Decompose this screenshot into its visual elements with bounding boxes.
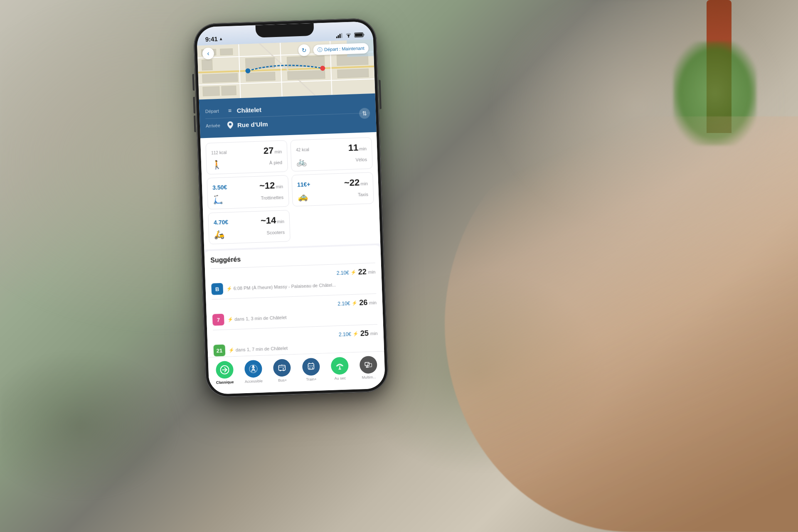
line-badge-B: B xyxy=(211,283,223,295)
tab-ausec-icon-wrap xyxy=(331,357,349,374)
signal-icon xyxy=(336,33,342,38)
svg-rect-22 xyxy=(202,73,238,83)
status-time: 9:41 ▲ xyxy=(205,35,223,42)
suggested-section: Suggérés 2.10€ ⚡ 22 min B xyxy=(204,245,384,357)
tab-busplus-label: Bus+ xyxy=(278,378,287,383)
transport-modes-grid: 112 kcal 27 min 🚶 À pied xyxy=(200,132,380,250)
svg-point-45 xyxy=(312,367,313,369)
phone-device: 9:41 ▲ xyxy=(193,18,389,398)
taxi-icon: 🚕 xyxy=(298,192,308,202)
tab-classique-label: Classique xyxy=(216,380,234,384)
arrive-icon xyxy=(227,121,234,129)
tab-ausec-label: Au sec xyxy=(334,376,346,381)
tab-multi-icon-wrap xyxy=(360,356,377,374)
accessible-icon xyxy=(249,364,258,374)
line-badge-21: 21 xyxy=(213,345,225,357)
svg-point-34 xyxy=(252,365,254,367)
mode-velo[interactable]: 42 kcal 11 min 🚲 Vélos xyxy=(290,137,373,172)
phone-notch xyxy=(256,23,314,38)
svg-rect-25 xyxy=(337,69,369,78)
location-icon: ▲ xyxy=(219,36,223,41)
suggestion-row-7[interactable]: 2.10€ ⚡ 26 min 7 ⚡ dans 1, 3 min de Chât… xyxy=(212,293,377,330)
tab-accessible-label: Accessible xyxy=(245,379,263,384)
map-area: ‹ ↻ ⓘ Départ : Maintenant xyxy=(197,39,375,100)
svg-rect-26 xyxy=(203,86,220,96)
mode-walking[interactable]: 112 kcal 27 min 🚶 À pied xyxy=(205,140,288,175)
svg-rect-36 xyxy=(279,365,286,371)
empty-cell xyxy=(293,207,375,241)
map-back-button[interactable]: ‹ xyxy=(202,47,214,59)
tab-bar: Classique Accessible xyxy=(208,351,385,394)
map-depart-chip[interactable]: ⓘ Départ : Maintenant xyxy=(313,43,369,55)
phone-screen: 9:41 ▲ xyxy=(197,21,386,394)
tab-multi[interactable]: Multim... xyxy=(354,355,383,380)
svg-rect-6 xyxy=(364,34,365,36)
multi-icon xyxy=(364,360,373,369)
tab-classique[interactable]: Classique xyxy=(210,360,239,385)
tab-accessible-icon-wrap xyxy=(244,360,262,378)
svg-rect-54 xyxy=(367,363,372,367)
tab-busplus[interactable]: Bus+ xyxy=(267,358,297,383)
velo-icon: 🚲 xyxy=(296,157,307,167)
depart-icon: ≡ xyxy=(226,107,234,115)
tab-multi-label: Multim... xyxy=(362,375,376,379)
line-badge-7: 7 xyxy=(212,314,224,326)
trottinette-icon: 🛴 xyxy=(213,195,224,205)
tab-busplus-icon-wrap xyxy=(273,359,291,377)
phone-frame: 9:41 ▲ xyxy=(193,18,389,398)
tab-trainplus-icon-wrap xyxy=(302,358,320,376)
svg-rect-0 xyxy=(336,37,337,38)
classique-icon xyxy=(220,365,229,374)
tab-trainplus-label: Train+ xyxy=(306,377,317,382)
svg-rect-43 xyxy=(308,363,314,369)
battery-icon xyxy=(354,32,365,38)
trainplus-icon xyxy=(306,362,316,372)
tab-trainplus[interactable]: Train+ xyxy=(296,357,326,382)
busplus-icon xyxy=(277,363,287,373)
svg-rect-1 xyxy=(338,35,339,38)
ausec-icon xyxy=(335,361,345,371)
tab-accessible[interactable]: Accessible xyxy=(239,359,268,384)
route-inputs: Départ ≡ Châtelet Arrivée Rue d'Ulm xyxy=(199,94,377,138)
mode-taxis[interactable]: 11€+ ~22 min 🚕 Taxis xyxy=(291,172,374,207)
status-icons xyxy=(336,32,365,38)
svg-rect-24 xyxy=(288,70,325,80)
suggested-title: Suggérés xyxy=(210,251,375,264)
walking-icon: 🚶 xyxy=(212,160,222,170)
svg-rect-23 xyxy=(246,72,276,81)
tab-classique-icon-wrap xyxy=(215,361,233,379)
svg-rect-7 xyxy=(355,33,362,37)
svg-rect-3 xyxy=(341,33,342,38)
main-content: Départ ≡ Châtelet Arrivée Rue d'Ulm xyxy=(199,94,384,357)
svg-rect-2 xyxy=(339,34,340,38)
map-refresh-button[interactable]: ↻ xyxy=(298,44,310,56)
tab-ausec[interactable]: Au sec xyxy=(325,356,355,381)
svg-line-37 xyxy=(279,367,286,367)
scooter-icon: 🛵 xyxy=(214,229,225,240)
suggestion-row-B[interactable]: 2.10€ ⚡ 22 min B ⚡ 6:08 PM (À l'heure) M… xyxy=(211,263,376,299)
svg-rect-51 xyxy=(365,362,369,366)
mode-trottinettes[interactable]: 3.50€ ~12 min 🛴 Trottinettes xyxy=(207,175,289,209)
wifi-icon xyxy=(345,33,352,38)
mode-scooters[interactable]: 4.70€ ~14 min 🛵 Scooters xyxy=(208,210,291,244)
svg-rect-27 xyxy=(222,86,236,95)
svg-point-44 xyxy=(309,367,310,369)
